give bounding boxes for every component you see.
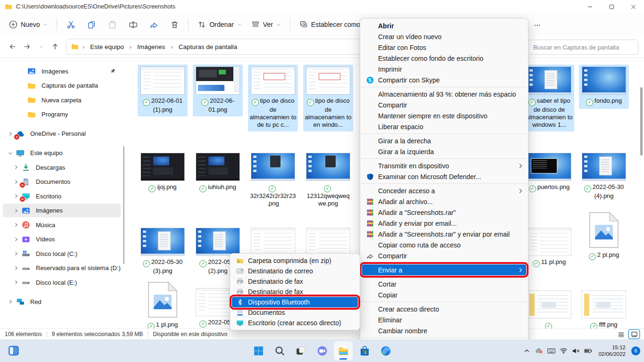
menu-item-copiar-como-ruta-de-acceso[interactable]: Copiar como ruta de acceso (362, 239, 526, 250)
menu-item-label: Girar a la derecha (378, 137, 526, 145)
onedrive-tray-icon[interactable] (535, 347, 543, 354)
menu-item-mantener-siempre-en-este-dispositivo[interactable]: Mantener siempre en este dispositivo (362, 110, 526, 121)
edge-icon (380, 345, 392, 357)
notification-count-badge[interactable]: 6 (631, 346, 640, 355)
fax-icon (232, 288, 248, 296)
widgets-button[interactable] (6, 343, 22, 359)
menu-item-examinar-con-microsoft-defender[interactable]: Examinar con Microsoft Defender... (362, 171, 526, 182)
file-item-puertos-png[interactable]: ✓puertos.png (524, 151, 574, 195)
sync-check-icon: ✓ (586, 99, 593, 106)
file-thumbnail (528, 153, 571, 181)
menu-item-eliminar[interactable]: Eliminar (362, 314, 526, 325)
menu-item-compartir[interactable]: Compartir (362, 99, 526, 110)
file-thumbnail (196, 228, 239, 255)
selected-size: 3,59 MB (122, 331, 148, 337)
menu-item-copiar[interactable]: Copiar (362, 289, 526, 300)
menu-item-imprimir[interactable]: Imprimir (362, 64, 526, 74)
defender-icon (366, 173, 374, 181)
menu-item-carpeta-comprimida-en-zip[interactable]: Carpeta comprimida (en zip) (232, 255, 358, 266)
tray-expand-button[interactable] (523, 347, 531, 354)
menu-item-destinatario-de-fax[interactable]: Destinatario de fax (232, 287, 358, 297)
menu-item-establecer-como-fondo-de-escritorio[interactable]: Establecer como fondo de escritorio (362, 53, 526, 64)
menu-item-crear-acceso-directo[interactable]: Crear acceso directo (362, 304, 526, 314)
file-item-2022-05-30-3-png[interactable]: ✓2022-05-30 (3).png (138, 226, 188, 278)
details-view-toggle[interactable] (616, 330, 626, 338)
menu-item-compartir[interactable]: Compartir (362, 250, 526, 261)
menu-separator (361, 133, 528, 134)
chat-button[interactable] (313, 341, 331, 360)
system-tray: 15:12 02/06/2022 6 (523, 339, 640, 362)
file-thumbnail (141, 153, 184, 181)
menu-item-destinatario-de-correo[interactable]: Destinatario de correo (232, 266, 358, 276)
store-icon (359, 345, 371, 357)
touch-keyboard-icon[interactable] (547, 347, 555, 354)
menu-item-label: Compartir (378, 101, 526, 109)
menu-item-añadir-a-screenshots-rar[interactable]: Añadir a "Screenshots.rar" (362, 207, 526, 218)
file-item-1-pl-png[interactable]: ✓1 pl.png (138, 279, 188, 333)
taskbar-search-button[interactable] (270, 341, 289, 360)
file-item-32r3242r2r32r23-png[interactable]: ✓32r3242r2r32r23.png (248, 151, 298, 210)
menu-item-girar-a-la-izquierda[interactable]: Girar a la izquierda (362, 146, 526, 157)
winrar-icon (366, 230, 374, 238)
file-item-12312qweqweqwe-png[interactable]: ✓12312qweqweqwe.png (303, 151, 353, 210)
menu-item-añadir-al-archivo[interactable]: Añadir al archivo... (362, 196, 526, 207)
sync-check-icon: ✓ (533, 260, 540, 267)
wifi-icon[interactable] (560, 347, 568, 354)
file-item-tipo-de-disco-de-almacenamien-to-de-tu-pc-c[interactable]: ✓tipo de disco de almacenamien to de tu … (248, 65, 298, 132)
zip-icon (232, 257, 248, 264)
file-name-label: ✓2022-06-01.png (193, 97, 243, 114)
menu-item-abrir[interactable]: Abrir (362, 20, 526, 31)
menu-item-documentos[interactable]: Documentos (232, 307, 358, 318)
selected-count: 9 elementos seleccionados (47, 331, 122, 337)
file-item-saber-el-tipo-de-disco-de-almacenamien-to-windows-1[interactable]: ✓saber el tipo de disco de almacenamien … (524, 65, 574, 132)
list-view-icon (618, 331, 625, 338)
file-item-iuhiuh-png[interactable]: ✓iuhiuh.png (193, 151, 243, 195)
edge-button[interactable] (376, 341, 395, 360)
sync-check-icon: ✓ (589, 253, 596, 260)
menu-item-cortar[interactable]: Cortar (362, 279, 526, 289)
file-item-2-pl-png[interactable]: ✓2 pl.png (579, 209, 629, 263)
file-item-ijoj-png[interactable]: ✓ijoj.png (138, 151, 188, 195)
menu-item-cambiar-nombre[interactable]: Cambiar nombre (362, 325, 526, 336)
taskbar-clock[interactable]: 15:12 02/06/2022 (596, 344, 626, 357)
volume-mute-icon[interactable] (572, 347, 580, 354)
submenu-arrow-icon (517, 162, 524, 170)
menu-item-añadir-y-enviar-por-email[interactable]: Añadir y enviar por email... (362, 218, 526, 229)
menu-item-añadir-a-screenshots-rar-y-enviar-por-email[interactable]: Añadir a "Screenshots.rar" y enviar por … (362, 229, 526, 239)
menu-item-girar-a-la-derecha[interactable]: Girar a la derecha (362, 135, 526, 146)
menu-item-compartir-con-skype[interactable]: Compartir con Skype (362, 74, 526, 85)
task-view-button[interactable] (291, 341, 310, 360)
menu-item-destinatario-de-fax[interactable]: Destinatario de fax (232, 276, 358, 287)
file-item-2022-06-01-png[interactable]: ✓2022-06-01.png (193, 65, 243, 116)
menu-item-dispositivo-bluetooth[interactable]: Dispositivo Bluetooth (232, 297, 358, 307)
file-item-ffff-png[interactable]: ✓ffff.png (579, 288, 629, 333)
menu-item-escritorio-crear-acceso-directo[interactable]: Escritorio (crear acceso directo) (232, 318, 358, 328)
menu-item-almacenamiento-al-93-obtener-más-espacio[interactable]: Almacenamiento al 93 %: obtener más espa… (362, 89, 526, 99)
file-thumbnail (306, 228, 350, 255)
menu-item-transmitir-en-dispositivo[interactable]: Transmitir en dispositivo (362, 160, 526, 171)
menu-item-label: Eliminar (378, 316, 526, 324)
battery-icon[interactable] (584, 347, 592, 354)
mail-icon (236, 267, 244, 275)
file-name-label: ✓2022-05-30 (4).png (579, 183, 629, 200)
menu-item-crear-un-vídeo-nuevo[interactable]: Crear un vídeo nuevo (362, 31, 526, 42)
file-item-11-pl-png[interactable]: ✓11 pl.png (524, 226, 574, 270)
menu-item-conceder-acceso-a[interactable]: Conceder acceso a (362, 185, 526, 196)
menu-separator (361, 277, 528, 277)
fax-icon (236, 288, 244, 296)
file-name-label: ✓2 pl.png (579, 251, 629, 260)
file-item-2022-05-30-4-png[interactable]: ✓2022-05-30 (4).png (579, 151, 629, 203)
store-button[interactable] (355, 341, 374, 360)
start-button[interactable] (249, 341, 268, 360)
menu-item-editar-con-fotos[interactable]: Editar con Fotos (362, 42, 526, 53)
menu-item-liberar-espacio[interactable]: Liberar espacio (362, 121, 526, 132)
icons-view-toggle[interactable] (629, 330, 639, 338)
file-item-tipo-de-disco-de-almacenamien-to-en-windo[interactable]: ✓tipo de disco de almacenamien to en win… (303, 65, 353, 132)
file-item-fondo-png[interactable]: ✓fondo.png (579, 65, 629, 109)
widgets-icon (8, 345, 20, 357)
file-item-2022-06-01-1-png[interactable]: ✓2022-06-01 (1).png (138, 65, 188, 116)
menu-item-enviar-a[interactable]: Enviar a (362, 264, 526, 275)
file-name-label: ✓11 pl.png (524, 258, 574, 267)
file-explorer-button[interactable] (334, 341, 353, 360)
context-menu: AbrirCrear un vídeo nuevoEditar con Foto… (360, 18, 528, 353)
